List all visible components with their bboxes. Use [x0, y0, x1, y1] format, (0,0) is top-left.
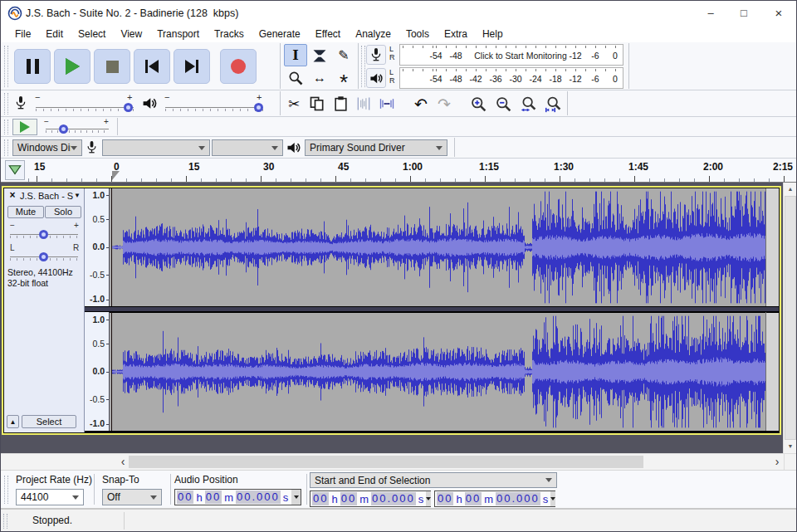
- gain-max: +: [74, 221, 79, 230]
- menu-help[interactable]: Help: [475, 26, 511, 42]
- draw-tool-button[interactable]: ✎: [332, 44, 355, 66]
- play-at-speed-button[interactable]: [12, 119, 37, 135]
- selection-mode-select[interactable]: Start and End of Selection: [310, 472, 557, 488]
- skip-to-start-button[interactable]: [134, 49, 170, 84]
- silence-audio-button[interactable]: [376, 93, 398, 115]
- select-track-button[interactable]: Select: [22, 415, 76, 428]
- menu-analyze[interactable]: Analyze: [348, 26, 398, 42]
- selection-toolbar-grip[interactable]: [4, 476, 8, 504]
- mute-button[interactable]: Mute: [7, 206, 44, 218]
- playback-device-select[interactable]: Primary Sound Driver: [305, 139, 447, 156]
- menu-tracks[interactable]: Tracks: [207, 26, 252, 42]
- timeline-pin-button[interactable]: [5, 160, 25, 180]
- playback-volume-thumb[interactable]: [254, 103, 263, 112]
- snap-to-select[interactable]: Off: [102, 489, 162, 505]
- menu-transport[interactable]: Transport: [149, 26, 207, 42]
- track-menu-dropdown-icon[interactable]: ▼: [74, 192, 81, 199]
- multi-tool-button[interactable]: *: [332, 66, 355, 89]
- collapse-track-icon[interactable]: ▲: [7, 415, 19, 428]
- vertical-scrollbar[interactable]: ▲ ▼: [783, 183, 796, 453]
- scroll-right-icon[interactable]: ›: [771, 454, 783, 470]
- recording-channels-select[interactable]: [212, 139, 283, 156]
- play-speed-thumb[interactable]: [59, 124, 68, 134]
- menu-generate[interactable]: Generate: [252, 26, 308, 42]
- recording-device-select[interactable]: [102, 139, 210, 156]
- timeline-ruler[interactable]: 15 0 15 30 45 1:00 1:15 1:30 1:45 2:00 2…: [1, 159, 796, 183]
- monitor-text[interactable]: Click to Start Monitoring: [468, 51, 573, 61]
- audio-position-field[interactable]: 00h 00m 00.000s: [174, 489, 301, 505]
- envelope-icon: [311, 47, 328, 64]
- zoom-selection-button[interactable]: [517, 93, 539, 115]
- channel-divider[interactable]: [85, 306, 779, 312]
- horizontal-scrollbar[interactable]: ‹ ›: [1, 453, 796, 470]
- cut-button[interactable]: ✂: [283, 93, 305, 115]
- vertical-scroll-thumb[interactable]: [785, 196, 796, 440]
- audio-host-select[interactable]: Windows Dir: [12, 139, 82, 156]
- horizontal-scroll-thumb[interactable]: [129, 456, 643, 468]
- time-label: 1:00: [403, 161, 423, 173]
- zoom-tool-button[interactable]: [284, 66, 307, 89]
- meter-toolbar-grip[interactable]: [361, 46, 365, 87]
- playback-meter[interactable]: -54 -48 -42 -36 -30 -24 -18 -12 -6 0: [399, 67, 623, 89]
- waveform-channel-left[interactable]: [110, 188, 779, 306]
- fit-project-button[interactable]: [542, 93, 564, 115]
- selection-tool-button[interactable]: I: [284, 44, 307, 66]
- pan-thumb[interactable]: [39, 252, 48, 261]
- status-text: Stopped.: [32, 515, 72, 526]
- playhead-marker[interactable]: [112, 171, 120, 180]
- time-format-dropdown-icon[interactable]: [426, 491, 431, 506]
- device-toolbar-grip[interactable]: [4, 139, 8, 156]
- paste-button[interactable]: [330, 93, 351, 115]
- menu-effect[interactable]: Effect: [308, 26, 348, 42]
- copy-button[interactable]: [306, 93, 328, 115]
- time-format-dropdown-icon[interactable]: [291, 490, 301, 505]
- selection-end-field[interactable]: 00h 00m 00.000s: [434, 491, 555, 507]
- record-meter-mic-button[interactable]: [366, 45, 386, 65]
- close-icon[interactable]: ×: [765, 1, 793, 26]
- skip-to-end-button[interactable]: [174, 49, 210, 84]
- scroll-down-icon[interactable]: ▼: [784, 440, 797, 453]
- playback-volume-slider[interactable]: [165, 107, 263, 108]
- record-volume-slider[interactable]: [36, 107, 134, 108]
- zoom-out-button[interactable]: [492, 93, 514, 115]
- mixer-toolbar-grip[interactable]: [4, 93, 8, 115]
- play-button[interactable]: [54, 49, 90, 84]
- menu-edit[interactable]: Edit: [38, 26, 71, 42]
- scroll-left-icon[interactable]: ‹: [117, 454, 129, 470]
- db-label: -6: [591, 74, 599, 84]
- project-rate-select[interactable]: 44100: [16, 489, 84, 505]
- playspeed-toolbar-grip[interactable]: [4, 120, 8, 134]
- maximize-icon[interactable]: □: [730, 1, 758, 26]
- gain-thumb[interactable]: [39, 230, 48, 239]
- track-name[interactable]: J.S. Bach - S: [20, 191, 73, 201]
- recording-meter[interactable]: -54 -48 Click to Start Monitoring -12 -6…: [399, 44, 623, 66]
- play-speed-slider[interactable]: [46, 129, 109, 129]
- record-button[interactable]: [220, 49, 257, 84]
- menu-select[interactable]: Select: [71, 26, 113, 42]
- stop-button[interactable]: [94, 49, 130, 84]
- pause-button[interactable]: [14, 49, 51, 84]
- zoom-in-button[interactable]: [467, 93, 489, 115]
- menu-tools[interactable]: Tools: [398, 26, 437, 42]
- solo-button[interactable]: Solo: [45, 206, 81, 218]
- scroll-up-icon[interactable]: ▲: [784, 183, 797, 196]
- menu-view[interactable]: View: [113, 26, 149, 42]
- record-volume-thumb[interactable]: [124, 103, 133, 112]
- undo-button[interactable]: ↶: [410, 93, 432, 115]
- db-label: -54: [429, 74, 442, 84]
- play-meter-speaker-button[interactable]: [366, 68, 386, 88]
- timeshift-icon: ↔: [313, 71, 326, 85]
- mixer-mic-icon: [14, 95, 27, 114]
- transport-toolbar-grip[interactable]: [4, 46, 8, 87]
- time-format-dropdown-icon[interactable]: [550, 491, 555, 506]
- track-close-icon[interactable]: ×: [7, 190, 18, 202]
- trim-audio-button[interactable]: [353, 93, 374, 115]
- timeshift-tool-button[interactable]: ↔: [308, 66, 331, 89]
- redo-button[interactable]: ↷: [433, 93, 455, 115]
- selection-start-field[interactable]: 00h 00m 00.000s: [310, 491, 431, 507]
- menu-file[interactable]: File: [7, 26, 38, 42]
- waveform-channel-right[interactable]: [110, 313, 779, 431]
- minimize-icon[interactable]: –: [697, 1, 725, 26]
- envelope-tool-button[interactable]: [308, 44, 331, 66]
- menu-extra[interactable]: Extra: [437, 26, 475, 42]
